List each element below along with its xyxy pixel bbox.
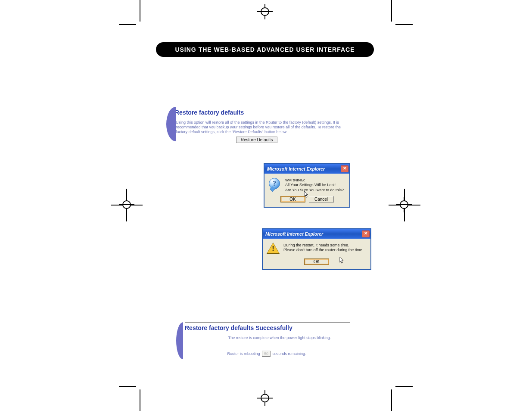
dialog-title: Microsoft Internet Explorer <box>267 166 325 171</box>
restore-success-panel: Restore factory defaults Successfully Th… <box>176 322 357 357</box>
restore-success-title: Restore factory defaults Successfully <box>185 324 357 331</box>
registration-mark-icon <box>257 4 273 19</box>
confirm-cancel-button[interactable]: Cancel <box>309 196 334 202</box>
dialog-message: During the restart, it needs some time. … <box>283 243 363 255</box>
crop-mark <box>404 189 405 221</box>
page-section-title: USING THE WEB-BASED ADVANCED USER INTERF… <box>156 42 374 57</box>
restart-notice-dialog: Microsoft Internet Explorer ✕ ! During t… <box>262 228 371 270</box>
restore-defaults-title: Restore factory defaults <box>175 108 347 116</box>
confirm-ok-button[interactable]: OK <box>280 196 305 202</box>
registration-mark-icon <box>396 197 412 212</box>
dialog-close-button[interactable]: ✕ <box>341 165 348 172</box>
dialog-message-line: All Your Settings Will be Lost! <box>285 183 344 187</box>
restore-defaults-description: Using this option will restore all of th… <box>176 120 347 134</box>
dialog-title: Microsoft Internet Explorer <box>265 231 323 237</box>
panel-divider <box>185 322 350 323</box>
crop-mark <box>111 205 143 206</box>
registration-mark-icon <box>257 390 273 406</box>
crop-mark <box>395 386 413 387</box>
crop-mark <box>119 386 136 387</box>
restore-defaults-button[interactable]: Restore Defaults <box>236 137 277 143</box>
restore-defaults-panel: Restore factory defaults Using this opti… <box>166 107 347 143</box>
reboot-countdown: Router is rebooting 50 seconds remaining… <box>176 351 357 357</box>
crop-mark <box>391 389 392 411</box>
question-icon: ? <box>269 178 281 190</box>
panel-divider <box>175 107 345 107</box>
crop-mark <box>391 0 392 22</box>
dialog-close-button[interactable]: ✕ <box>362 230 370 237</box>
crop-mark <box>140 0 140 22</box>
dialog-titlebar: Microsoft Internet Explorer ✕ <box>264 164 349 174</box>
crop-mark <box>395 24 413 25</box>
restart-ok-button[interactable]: OK <box>304 258 329 265</box>
reboot-prefix: Router is rebooting <box>227 352 260 356</box>
reboot-suffix: seconds remaining. <box>273 352 306 356</box>
close-icon: ✕ <box>364 231 367 236</box>
registration-mark-icon <box>119 197 134 212</box>
crop-mark <box>389 205 420 206</box>
dialog-message-line: WARNING: <box>285 178 344 183</box>
dialog-message-line: During the restart, it needs some time. <box>283 243 363 248</box>
panel-accent-decoration <box>166 107 176 141</box>
crop-mark <box>126 189 127 221</box>
dialog-message: WARNING: All Your Settings Will be Lost!… <box>285 178 344 193</box>
close-icon: ✕ <box>343 166 346 171</box>
crop-mark <box>140 389 140 411</box>
confirm-restore-dialog: Microsoft Internet Explorer ✕ ? WARNING:… <box>264 163 350 208</box>
crop-mark <box>119 24 136 25</box>
restore-success-message: The restore is complete when the power l… <box>211 336 348 340</box>
dialog-message-line: Please don't turn off the router during … <box>283 248 363 252</box>
dialog-message-line: Are You Sure You want to do this? <box>285 188 344 193</box>
warning-icon: ! <box>267 243 279 255</box>
reboot-seconds-value: 50 <box>262 351 271 357</box>
dialog-titlebar: Microsoft Internet Explorer ✕ <box>263 229 370 239</box>
